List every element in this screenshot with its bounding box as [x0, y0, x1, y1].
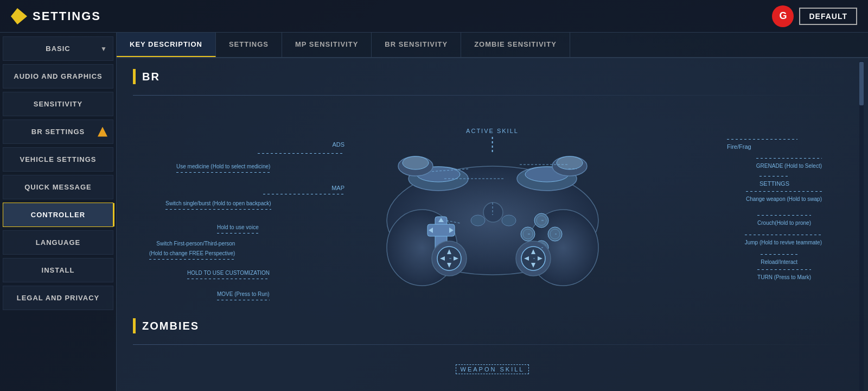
svg-point-18 — [502, 215, 516, 226]
controller-svg — [335, 120, 650, 294]
sidebar-item-controller[interactable]: CONTROLLER — [3, 203, 113, 227]
header: SETTINGS G DEFAULT — [0, 0, 868, 33]
label-jump: Jump (Hold to revive teammate) — [745, 235, 822, 247]
label-hold-customization: HOLD TO USE CUSTOMIZATION — [187, 267, 270, 279]
tab-zombie-sensitivity[interactable]: ZOMBIE SENSITIVITY — [461, 33, 570, 57]
label-turn: TURN (Press to Mark) — [757, 269, 811, 281]
sidebar-item-basic[interactable]: BASIC ▼ — [3, 36, 113, 61]
sidebar-item-audio-graphics[interactable]: AUDIO AND GRAPHICS — [3, 64, 113, 89]
main-content: KEY DESCRIPTION SETTINGS MP SENSITIVITY … — [117, 33, 868, 391]
sidebar-item-br-settings[interactable]: BR SETTINGS — [3, 119, 113, 144]
svg-point-17 — [471, 215, 485, 226]
br-section-header: BR — [133, 69, 852, 84]
label-use-medicine: Use medicine (Hold to select medicine) — [176, 161, 270, 173]
label-switch-person: Switch First-person/Third-person(Hold to… — [149, 238, 235, 260]
tab-settings[interactable]: SETTINGS — [216, 33, 282, 57]
section-bar-icon — [133, 69, 136, 84]
label-switch-burst: Switch single/burst (Hold to open backpa… — [165, 198, 271, 210]
chevron-down-icon: ▼ — [100, 45, 107, 53]
label-grenade: GRENADE (Hold to Select) — [756, 158, 822, 170]
back-arrow-icon — [11, 8, 27, 24]
scrollbar-track — [859, 61, 864, 388]
label-map: MAP — [263, 182, 344, 194]
zombies-section-title: ZOMBIES — [142, 320, 199, 332]
controller-diagram: ADS Use medicine (Hold to select medicin… — [133, 106, 852, 307]
weapon-skill-label: WEAPON SKILL — [456, 364, 529, 374]
scrollbar-thumb[interactable] — [859, 62, 864, 105]
content-area: BR ADS Use medicine (Hold to select medi… — [117, 58, 868, 388]
svg-point-19 — [483, 203, 503, 222]
zombies-section: ZOMBIES WEAPON SKILL — [133, 318, 852, 383]
default-button[interactable]: DEFAULT — [799, 8, 857, 25]
zombies-section-divider — [133, 344, 852, 345]
header-right: G DEFAULT — [772, 5, 857, 27]
tab-key-description[interactable]: KEY DESCRIPTION — [117, 33, 216, 57]
zombies-weapon-skill-area: WEAPON SKILL — [133, 356, 852, 383]
label-fire-frag: Fire/Frag — [727, 139, 797, 151]
back-button[interactable]: SETTINGS — [0, 8, 112, 24]
label-reload: Reload/Interact — [761, 254, 797, 266]
warning-icon — [98, 127, 107, 137]
garena-icon: G — [772, 5, 794, 27]
label-change-weapon: Change weapon (Hold to swap) — [746, 191, 822, 203]
tab-bar: KEY DESCRIPTION SETTINGS MP SENSITIVITY … — [117, 33, 868, 58]
label-move: MOVE (Press to Run) — [217, 288, 270, 300]
zombies-section-bar-icon — [133, 318, 136, 333]
page-title: SETTINGS — [33, 9, 101, 23]
label-hold-voice: Hold to use voice — [217, 222, 259, 234]
sidebar-item-language[interactable]: LANGUAGE — [3, 230, 113, 255]
svg-point-8 — [403, 156, 429, 169]
label-settings-ctrl: SETTINGS — [760, 176, 789, 188]
br-section-title: BR — [142, 71, 160, 83]
sidebar-item-legal-privacy[interactable]: LEGAL AND PRIVACY — [3, 286, 113, 310]
br-section: BR ADS Use medicine (Hold to select medi… — [133, 69, 852, 307]
sidebar-item-quick-message[interactable]: QUICK MESSAGE — [3, 175, 113, 199]
zombies-section-header: ZOMBIES — [133, 318, 852, 333]
tab-mp-sensitivity[interactable]: MP SENSITIVITY — [282, 33, 372, 57]
section-divider — [133, 95, 852, 96]
svg-point-10 — [557, 156, 583, 169]
label-crouch: Crouch(Hold to prone) — [757, 215, 811, 227]
tab-br-sensitivity[interactable]: BR SENSITIVITY — [372, 33, 461, 57]
sidebar-item-vehicle-settings[interactable]: VEHICLE SETTINGS — [3, 147, 113, 172]
sidebar-item-install[interactable]: INSTALL — [3, 258, 113, 282]
label-ads: ADS — [258, 139, 344, 154]
sidebar-item-sensitivity[interactable]: SENSITIVITY — [3, 92, 113, 116]
sidebar: BASIC ▼ AUDIO AND GRAPHICS SENSITIVITY B… — [0, 33, 117, 391]
